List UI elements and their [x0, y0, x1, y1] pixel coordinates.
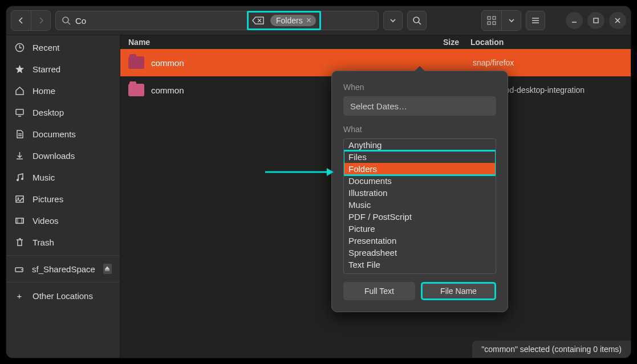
- sidebar-item-pictures[interactable]: Pictures: [6, 188, 120, 210]
- sidebar-item-sf_sharedspace[interactable]: sf_SharedSpace: [6, 258, 120, 280]
- chevron-right-icon: [38, 17, 44, 24]
- col-header-name[interactable]: Name: [128, 38, 413, 47]
- what-item-folders[interactable]: Folders: [344, 163, 496, 175]
- what-item-files[interactable]: Files: [344, 151, 496, 163]
- sidebar-item-videos[interactable]: Videos: [6, 210, 120, 231]
- col-header-size[interactable]: Size: [413, 38, 459, 47]
- full-text-button[interactable]: Full Text: [343, 282, 415, 300]
- file-manager-window: Folders × Recent Starred Home Desktop Do…: [6, 6, 631, 358]
- file-name: common: [151, 85, 184, 95]
- close-icon[interactable]: ×: [306, 16, 311, 25]
- file-name: common: [151, 58, 184, 68]
- music-icon: [14, 173, 25, 182]
- what-item-music[interactable]: Music: [344, 199, 496, 211]
- filter-chip-group: Folders ×: [247, 11, 321, 30]
- sidebar-item-music[interactable]: Music: [6, 166, 120, 188]
- sidebar-item-label: Pictures: [33, 194, 63, 204]
- sidebar-item-label: Downloads: [33, 151, 75, 161]
- svg-rect-8: [16, 109, 23, 114]
- svg-point-12: [17, 197, 19, 199]
- eject-button[interactable]: [103, 264, 112, 274]
- sidebar-item-trash[interactable]: Trash: [6, 231, 120, 253]
- chevron-down-icon: [509, 18, 514, 23]
- filter-dropdown-button[interactable]: [383, 11, 403, 30]
- search-toggle-button[interactable]: [407, 11, 427, 30]
- what-item-video[interactable]: Video: [344, 271, 496, 274]
- search-filter-popover: When Select Dates… What AnythingFilesFol…: [331, 71, 508, 312]
- folder-icon: [128, 56, 144, 69]
- chevron-down-icon: [389, 17, 396, 24]
- sidebar-item-downloads[interactable]: Downloads: [6, 145, 120, 166]
- view-mode-buttons: [481, 10, 521, 31]
- minimize-button[interactable]: [566, 12, 583, 29]
- svg-rect-13: [16, 218, 23, 223]
- svg-rect-3: [493, 17, 496, 19]
- hamburger-icon: [531, 16, 540, 25]
- search-icon: [412, 16, 421, 25]
- hamburger-menu-button[interactable]: [526, 11, 545, 30]
- what-item-picture[interactable]: Picture: [344, 223, 496, 235]
- maximize-button[interactable]: [587, 12, 604, 29]
- home-icon: [14, 86, 25, 96]
- select-dates-button[interactable]: Select Dates…: [343, 96, 496, 116]
- svg-point-1: [413, 17, 419, 23]
- sidebar-item-label: Videos: [33, 216, 59, 226]
- header-bar: Folders ×: [6, 6, 631, 35]
- sidebar-item-starred[interactable]: Starred: [6, 58, 120, 80]
- video-icon: [14, 216, 25, 226]
- nav-back-button[interactable]: [11, 11, 31, 30]
- folder-icon: [128, 84, 144, 96]
- clock-icon: [14, 43, 25, 52]
- what-item-illustration[interactable]: Illustration: [344, 187, 496, 199]
- backspace-icon[interactable]: [252, 16, 265, 25]
- trash-icon: [14, 238, 25, 247]
- svg-rect-5: [493, 22, 496, 24]
- svg-rect-2: [488, 17, 490, 19]
- search-input[interactable]: [75, 16, 109, 26]
- sidebar-item-label: Other Locations: [33, 291, 93, 301]
- grid-view-button[interactable]: [482, 11, 501, 30]
- what-item-text-file[interactable]: Text File: [344, 259, 496, 271]
- sidebar-item-desktop[interactable]: Desktop: [6, 101, 120, 123]
- status-text: "common" selected (containing 0 items): [481, 345, 622, 354]
- what-item-spreadsheet[interactable]: Spreadsheet: [344, 247, 496, 259]
- annotation-arrow: [265, 166, 334, 178]
- sidebar-item-recent[interactable]: Recent: [6, 36, 120, 58]
- columns-header: Name Size Location: [120, 35, 631, 49]
- what-item-presentation[interactable]: Presentation: [344, 235, 496, 247]
- filter-chip-folders[interactable]: Folders ×: [270, 15, 316, 26]
- svg-point-0: [63, 17, 68, 23]
- sidebar-item-documents[interactable]: Documents: [6, 123, 120, 145]
- sidebar: Recent Starred Home Desktop Documents Do…: [6, 35, 120, 358]
- col-header-location[interactable]: Location: [459, 38, 504, 47]
- what-item-documents[interactable]: Documents: [344, 175, 496, 187]
- eject-icon: [104, 266, 110, 272]
- nav-forward-button[interactable]: [31, 11, 50, 30]
- svg-point-9: [17, 179, 19, 181]
- what-type-list: AnythingFilesFoldersDocumentsIllustratio…: [343, 138, 496, 274]
- svg-point-15: [21, 269, 22, 270]
- svg-marker-17: [327, 168, 334, 176]
- close-icon: [614, 17, 621, 24]
- star-icon: [14, 64, 25, 74]
- section-label-what: What: [343, 125, 496, 134]
- file-name-button[interactable]: File Name: [421, 282, 496, 300]
- minimize-icon: [571, 17, 578, 24]
- sidebar-other-locations[interactable]: + Other Locations: [6, 285, 120, 306]
- sidebar-item-label: Starred: [33, 64, 60, 74]
- plus-icon: +: [14, 291, 25, 301]
- sidebar-item-label: Recent: [33, 43, 60, 52]
- drive-icon: [14, 264, 24, 274]
- view-dropdown-button[interactable]: [501, 11, 521, 30]
- what-item-pdf-postscript[interactable]: PDF / PostScript: [344, 211, 496, 223]
- close-button[interactable]: [609, 12, 626, 29]
- sidebar-item-label: Desktop: [33, 108, 64, 117]
- status-bar: "common" selected (containing 0 items): [472, 341, 631, 358]
- what-item-anything[interactable]: Anything: [344, 139, 496, 151]
- sidebar-item-label: Home: [33, 86, 55, 96]
- sidebar-item-label: Documents: [33, 129, 76, 139]
- svg-point-10: [21, 178, 23, 180]
- sidebar-item-home[interactable]: Home: [6, 80, 120, 101]
- search-field[interactable]: Folders ×: [55, 11, 379, 30]
- doc-icon: [14, 129, 25, 139]
